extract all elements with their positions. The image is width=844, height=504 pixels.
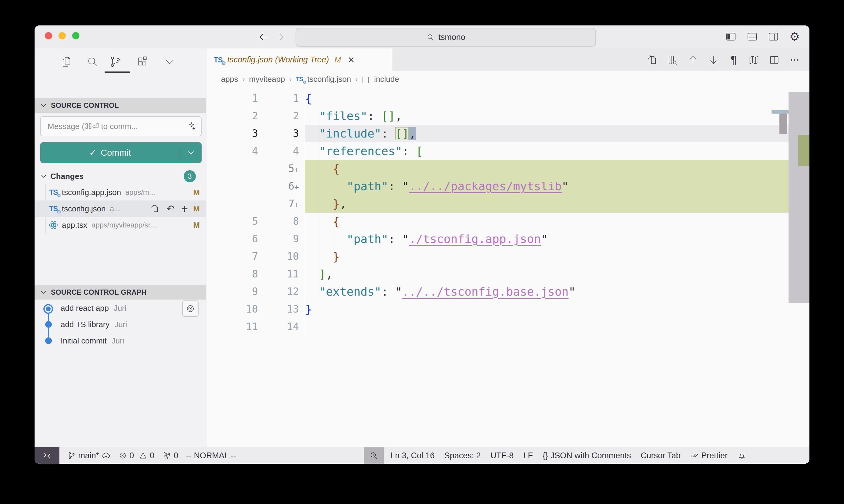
code-line[interactable]: 44 "references": [ — [206, 142, 789, 160]
tab-label: tsconfig.json (Working Tree) — [227, 55, 329, 65]
commit-row[interactable]: add TS library Juri — [35, 316, 206, 332]
command-center-search[interactable]: tsmono — [296, 28, 596, 47]
tab-tsconfig-working-tree[interactable]: TS⚙ tsconfig.json (Working Tree) M ✕ — [206, 49, 392, 71]
activity-explorer-button[interactable] — [60, 55, 73, 69]
navigate-back-button[interactable] — [257, 30, 271, 44]
commit-author: Juri — [114, 320, 127, 329]
breadcrumb-item-include[interactable]: include — [374, 74, 399, 84]
toggle-primary-sidebar-button[interactable] — [724, 30, 738, 43]
code-line[interactable]: 58 { — [206, 213, 789, 230]
more-actions-button[interactable] — [788, 54, 801, 66]
code-editor[interactable]: 11{22 "files": [],33 "include": [],44 "r… — [206, 87, 809, 447]
activity-more-button[interactable] — [163, 55, 176, 69]
code-line[interactable]: 69 "path": "./tsconfig.app.json" — [206, 230, 789, 248]
eol-button[interactable]: LF — [523, 451, 533, 461]
language-text: JSON with Comments — [551, 451, 631, 461]
pilcrow-icon: ¶ — [730, 54, 737, 66]
commit-button[interactable]: ✓ Commit — [40, 142, 202, 163]
ellipsis-icon — [789, 54, 800, 66]
vscode-window: tsmono ⚙ — [35, 25, 809, 464]
code-line[interactable]: 1114 — [206, 318, 789, 336]
discard-changes-button[interactable]: ↶ — [167, 204, 175, 214]
chevron-down-icon — [39, 288, 47, 296]
code-line[interactable]: 22 "files": [], — [206, 107, 789, 125]
file-path: apps/m... — [125, 188, 190, 197]
code-line[interactable]: 7+ }, — [206, 195, 789, 213]
overview-marker — [779, 113, 787, 134]
code-line[interactable]: 1013} — [206, 301, 789, 318]
inline-diff-view-button[interactable] — [666, 54, 679, 66]
screencast-zoom-indicator[interactable] — [364, 447, 384, 464]
breadcrumb-item-tsconfig[interactable]: tsconfig.json — [307, 74, 351, 84]
extensions-icon — [136, 55, 149, 68]
double-check-icon — [690, 451, 699, 460]
commit-dropdown-button[interactable] — [180, 148, 202, 157]
toggle-secondary-sidebar-button[interactable] — [767, 30, 780, 43]
split-editor-button[interactable] — [768, 54, 781, 66]
goto-current-history-item-button[interactable] — [182, 301, 199, 317]
activity-extensions-button[interactable] — [136, 55, 149, 69]
changes-section-header[interactable]: Changes — [35, 168, 206, 184]
code-line[interactable]: 5+ { — [206, 160, 789, 178]
stage-changes-button[interactable]: + — [181, 204, 188, 214]
breadcrumb-item-myviteapp[interactable]: myviteapp — [249, 74, 285, 84]
formatter-button[interactable]: Prettier — [690, 451, 728, 461]
code-line[interactable]: 811 ], — [206, 265, 789, 283]
source-control-graph-section-header[interactable]: SOURCE CONTROL GRAPH — [35, 285, 206, 300]
changed-file-row[interactable]: TS⚙ tsconfig.app.json apps/m... M — [35, 184, 206, 200]
zoom-window-button[interactable] — [72, 32, 80, 39]
split-editor-icon — [769, 54, 780, 66]
ports-status-button[interactable]: 0 — [162, 451, 178, 461]
changed-file-row[interactable]: TS⚙ tsconfig.json a... ↶ + M — [35, 200, 206, 217]
language-mode-button[interactable]: {} JSON with Comments — [542, 451, 631, 461]
encoding-text: UTF-8 — [490, 451, 514, 461]
source-control-title: SOURCE CONTROL — [51, 102, 119, 110]
changed-file-row[interactable]: app.tsx apps/myviteapp/sr... M — [35, 217, 206, 233]
cursor-tab-text: Cursor Tab — [641, 451, 681, 461]
notifications-button[interactable] — [737, 451, 746, 460]
code-line[interactable]: 11{ — [206, 90, 789, 107]
commit-row[interactable]: Initial commit Juri — [35, 332, 206, 349]
whitespace-toggle-button[interactable]: ¶ — [727, 54, 740, 66]
previous-change-button[interactable] — [687, 54, 700, 66]
vim-mode-indicator[interactable]: -- NORMAL -- — [186, 451, 236, 461]
breadcrumb-item-apps[interactable]: apps — [221, 74, 238, 84]
git-branch-icon — [67, 451, 76, 460]
commit-head-dot — [44, 304, 53, 314]
tab-close-button[interactable]: ✕ — [348, 55, 355, 65]
encoding-button[interactable]: UTF-8 — [490, 451, 514, 461]
activity-search-button[interactable] — [86, 55, 99, 69]
settings-button[interactable]: ⚙ — [788, 30, 802, 43]
open-file-button[interactable] — [646, 54, 659, 66]
minimize-window-button[interactable] — [58, 32, 66, 39]
branch-status-button[interactable]: main* — [67, 451, 111, 461]
commit-message-input[interactable]: Message (⌘⏎ to comm... — [40, 116, 202, 136]
accessible-diff-viewer-button[interactable] — [747, 54, 760, 66]
code-line[interactable]: 912 "extends": "../../tsconfig.base.json… — [206, 283, 789, 301]
activity-bar — [35, 49, 206, 75]
commit-row[interactable]: add react app Juri — [35, 300, 206, 316]
commit-message: Initial commit — [61, 336, 107, 346]
next-change-button[interactable] — [707, 54, 720, 66]
error-count: 0 — [130, 451, 134, 461]
editor-scrollbar[interactable] — [789, 92, 809, 303]
code-line[interactable]: 6+ "path": "../../packages/mytslib" — [206, 178, 789, 195]
cursor-position-button[interactable]: Ln 3, Col 16 — [391, 451, 435, 461]
activity-source-control-button[interactable] — [108, 55, 122, 69]
open-file-button[interactable] — [150, 204, 160, 214]
problems-status-button[interactable]: 0 0 — [119, 451, 154, 461]
code-line[interactable]: 710 } — [206, 248, 789, 265]
modified-badge: M — [190, 188, 203, 197]
chevron-down-icon — [163, 55, 176, 68]
code-line[interactable]: 33 "include": [], — [206, 125, 789, 142]
cursor-tab-button[interactable]: Cursor Tab — [641, 451, 681, 461]
navigate-forward-button[interactable] — [272, 30, 287, 44]
indentation-button[interactable]: Spaces: 2 — [444, 451, 481, 461]
source-control-section-header[interactable]: SOURCE CONTROL — [35, 98, 206, 113]
toggle-panel-button[interactable] — [745, 30, 759, 43]
generate-commit-message-button[interactable] — [186, 121, 196, 131]
cursor-position-text: Ln 3, Col 16 — [391, 451, 435, 461]
bell-icon — [737, 451, 746, 460]
remote-indicator-button[interactable] — [35, 447, 59, 464]
close-window-button[interactable] — [45, 32, 52, 39]
